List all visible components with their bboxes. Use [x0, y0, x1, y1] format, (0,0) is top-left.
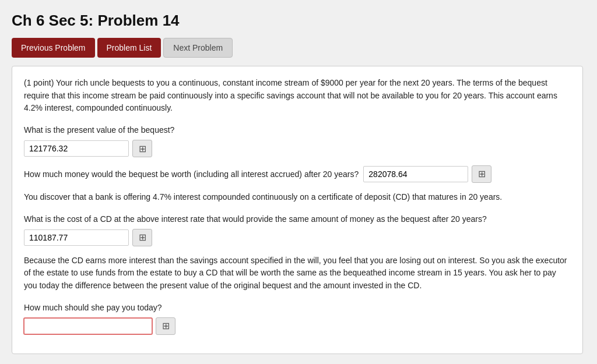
- grid-icon: ⊞: [139, 143, 146, 154]
- q1-input-row: ⊞: [24, 140, 571, 157]
- next-problem-button[interactable]: Next Problem: [163, 38, 233, 58]
- prev-problem-button[interactable]: Previous Problem: [12, 38, 95, 58]
- q6-input[interactable]: [24, 318, 152, 334]
- q2-grid-button[interactable]: ⊞: [472, 165, 491, 183]
- q5-text: Because the CD earns more interest than …: [24, 255, 571, 292]
- question-4: What is the cost of a CD at the above in…: [24, 213, 571, 246]
- problem-intro: (1 point) Your rich uncle bequests to yo…: [24, 77, 571, 115]
- question-2: How much money would the bequest be wort…: [24, 165, 571, 183]
- grid-icon-4: ⊞: [162, 320, 170, 331]
- q1-label: What is the present value of the bequest…: [24, 124, 571, 136]
- q2-label: How much money would the bequest be wort…: [24, 168, 359, 181]
- problem-container: (1 point) Your rich uncle bequests to yo…: [12, 66, 583, 354]
- page-title: Ch 6 Sec 5: Problem 14: [12, 12, 585, 30]
- q1-input[interactable]: [24, 140, 129, 157]
- q4-input-row: ⊞: [24, 229, 571, 246]
- problem-list-button[interactable]: Problem List: [97, 38, 161, 58]
- q4-grid-button[interactable]: ⊞: [132, 229, 152, 246]
- q6-input-row: ⊞: [24, 317, 571, 335]
- q2-input[interactable]: [363, 166, 468, 182]
- grid-icon-3: ⊞: [139, 232, 146, 243]
- toolbar: Previous Problem Problem List Next Probl…: [12, 38, 585, 58]
- q4-label: What is the cost of a CD at the above in…: [24, 213, 571, 225]
- q1-grid-button[interactable]: ⊞: [132, 140, 152, 157]
- question-1: What is the present value of the bequest…: [24, 124, 571, 157]
- q3-text: You discover that a bank is offering 4.7…: [24, 191, 571, 204]
- q4-input[interactable]: [24, 229, 129, 246]
- grid-icon-2: ⊞: [478, 167, 486, 181]
- q6-grid-button[interactable]: ⊞: [156, 317, 175, 335]
- question-6: How much should she pay you today? ⊞: [24, 302, 571, 335]
- q6-label: How much should she pay you today?: [24, 302, 571, 314]
